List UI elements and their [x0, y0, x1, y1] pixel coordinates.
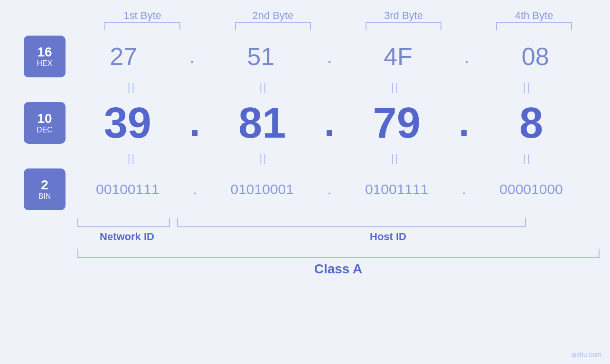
- hex-dot-3: .: [457, 46, 476, 67]
- network-bracket-row: [77, 213, 600, 227]
- network-id-label: Network ID: [77, 231, 177, 243]
- class-bracket: [77, 249, 600, 258]
- hex-values: 27 . 51 . 4F . 08: [66, 42, 593, 71]
- hex-val-4: 08: [497, 42, 573, 71]
- byte-labels-row: 1st Byte 2nd Byte 3rd Byte 4th Byte: [77, 9, 600, 22]
- bin-badge: 2 BIN: [24, 168, 66, 210]
- eq-3a: ||: [357, 81, 433, 93]
- eq-4a: ||: [489, 81, 565, 93]
- bin-badge-label: BIN: [38, 192, 51, 201]
- dec-val-1: 39: [80, 99, 175, 148]
- bin-val-2: 01010001: [215, 181, 310, 197]
- eq-2a: ||: [225, 81, 301, 93]
- bin-values: 00100111 . 01010001 . 01001111 . 0000100…: [66, 181, 593, 197]
- dec-val-2: 81: [215, 99, 310, 148]
- hex-badge-label: HEX: [37, 59, 53, 68]
- hex-val-3: 4F: [360, 42, 436, 71]
- dec-badge-number: 10: [37, 112, 52, 126]
- host-bracket: [177, 218, 526, 227]
- eq-2b: ||: [225, 152, 301, 165]
- host-id-label: Host ID: [177, 231, 600, 243]
- network-bracket: [77, 218, 170, 227]
- hex-badge-number: 16: [37, 45, 52, 60]
- dec-values: 39 . 81 . 79 . 8: [66, 99, 593, 148]
- hex-val-1: 27: [85, 42, 161, 71]
- top-bracket-1: [104, 22, 180, 30]
- equals-row-2: || || || ||: [24, 149, 593, 168]
- bin-val-4: 00001000: [484, 181, 579, 197]
- dec-dot-1: .: [186, 101, 205, 145]
- dec-val-4: 8: [484, 99, 579, 148]
- bin-dot-3: .: [454, 181, 473, 197]
- bin-dot-2: .: [320, 181, 339, 197]
- eq-3b: ||: [357, 152, 433, 165]
- top-bracket-3: [366, 22, 441, 30]
- top-brackets-row: [77, 22, 600, 30]
- eq-1b: ||: [94, 152, 169, 165]
- main-area: 16 HEX 27 . 51 . 4F . 08 || || ||: [0, 35, 610, 211]
- bottom-section: Network ID Host ID: [77, 213, 600, 246]
- class-label-row: Class A: [77, 258, 600, 280]
- bin-badge-number: 2: [41, 178, 48, 193]
- hex-dot-2: .: [320, 46, 339, 67]
- dec-val-3: 79: [349, 99, 444, 148]
- bin-dot-1: .: [186, 181, 205, 197]
- byte-label-2: 2nd Byte: [225, 9, 320, 22]
- hex-badge: 16 HEX: [24, 36, 66, 77]
- id-labels-row: Network ID Host ID: [77, 227, 600, 246]
- bin-row: 2 BIN 00100111 . 01010001 . 01001111 . 0…: [24, 168, 593, 211]
- dec-dot-2: .: [320, 101, 339, 145]
- dec-dot-3: .: [454, 101, 473, 145]
- eq-1a: ||: [94, 81, 169, 93]
- class-label: Class A: [314, 261, 363, 277]
- top-bracket-2: [235, 22, 311, 30]
- class-section: Class A: [77, 249, 600, 280]
- main-container: 1st Byte 2nd Byte 3rd Byte 4th Byte 16 H…: [0, 0, 610, 364]
- byte-label-3: 3rd Byte: [356, 9, 451, 22]
- dec-badge-label: DEC: [37, 126, 53, 134]
- watermark: ipshu.com: [571, 351, 601, 358]
- eq-4b: ||: [489, 152, 565, 165]
- hex-dot-1: .: [183, 46, 202, 67]
- dec-row: 10 DEC 39 . 81 . 79 . 8: [24, 97, 593, 149]
- hex-val-2: 51: [223, 42, 299, 71]
- top-bracket-4: [496, 22, 572, 30]
- bin-val-3: 01001111: [349, 181, 444, 197]
- byte-label-1: 1st Byte: [95, 9, 190, 22]
- equals-row-1: || || || ||: [24, 78, 593, 97]
- hex-row: 16 HEX 27 . 51 . 4F . 08: [24, 35, 593, 78]
- dec-badge: 10 DEC: [24, 102, 66, 144]
- byte-label-4: 4th Byte: [487, 9, 582, 22]
- bin-val-1: 00100111: [80, 181, 175, 197]
